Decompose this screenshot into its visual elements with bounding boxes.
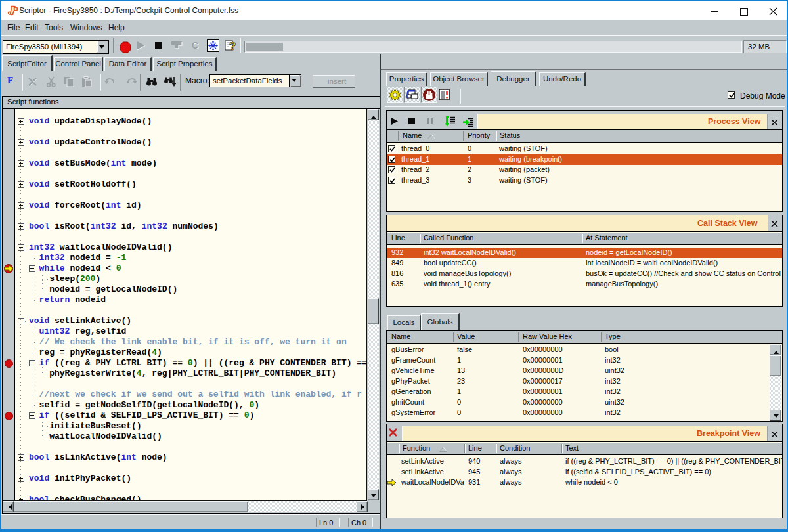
- svg-text:?: ?: [229, 40, 236, 52]
